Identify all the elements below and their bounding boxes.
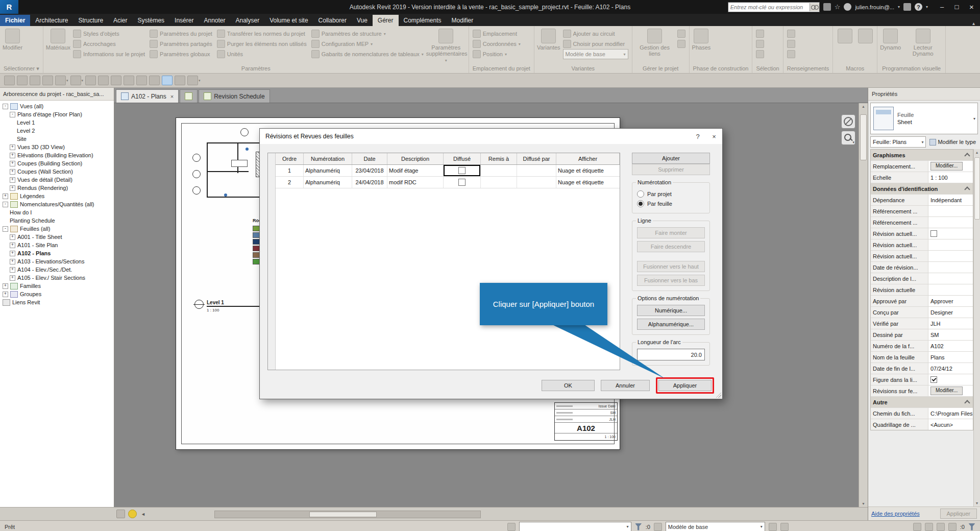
tree-item[interactable]: + A001 - Title Sheet <box>0 233 114 241</box>
ribbon-item[interactable]: Position▾ <box>473 50 521 58</box>
properties-scrollbar[interactable]: ▲ ▼ <box>973 149 980 506</box>
tree-expander-icon[interactable]: - <box>3 226 8 232</box>
favorites-icon[interactable]: ☆ <box>835 3 841 11</box>
ribbon-tab[interactable]: Analyser <box>231 15 265 26</box>
ok-button[interactable]: OK <box>542 380 595 391</box>
delete-button[interactable]: Supprimer <box>632 164 710 175</box>
close-tab-icon[interactable]: × <box>170 93 174 100</box>
panel-label[interactable]: Sélectionner ▾ <box>0 65 43 73</box>
column-header[interactable]: Diffusé <box>444 153 481 164</box>
property-row[interactable]: Date de fin de l... 07/24/12 <box>871 363 973 374</box>
ribbon-item[interactable]: Purger les éléments non utilisés <box>217 40 307 48</box>
tree-item[interactable]: + Groupes <box>0 290 114 298</box>
tree-expander-icon[interactable]: - <box>10 112 15 117</box>
ribbon-button[interactable]: Dynamo <box>880 28 901 51</box>
ribbon-button[interactable]: Paramètres supplémentaires▾ <box>426 28 466 64</box>
qat-button[interactable] <box>124 76 134 85</box>
tree-item[interactable]: + Rendus (Rendering) <box>0 184 114 192</box>
revit-logo[interactable]: R <box>0 0 18 14</box>
document-tab[interactable]: A102 - Plans × <box>116 89 179 103</box>
column-header[interactable]: Numérotation <box>304 153 352 164</box>
revision-numbering[interactable]: Alphanumériq <box>304 177 352 188</box>
revision-description[interactable]: Modif étage <box>387 165 444 176</box>
ribbon-item[interactable]: Informations sur le projet <box>73 50 145 58</box>
tree-expander-icon[interactable]: + <box>10 243 15 248</box>
ribbon-item[interactable] <box>756 40 764 48</box>
qat-button[interactable]: ▾ <box>187 76 201 85</box>
user-menu-caret-icon[interactable]: ▾ <box>898 5 900 9</box>
ribbon-collapse-icon[interactable]: ▴ <box>972 20 975 26</box>
tree-expander-icon[interactable]: - <box>3 202 8 207</box>
ribbon-item[interactable]: Coordonnées▾ <box>473 40 521 48</box>
property-row[interactable]: Conçu par Designer <box>871 307 973 318</box>
revision-numbering[interactable]: Alphanumériq <box>304 165 352 176</box>
qat-button[interactable] <box>85 76 96 85</box>
revision-issued-by[interactable] <box>517 165 556 176</box>
column-header[interactable]: Remis à <box>481 153 517 164</box>
user-name[interactable]: julien.frouin@... <box>855 4 894 10</box>
column-header[interactable]: Afficher <box>556 153 620 164</box>
properties-header[interactable]: Propriétés <box>868 88 980 101</box>
qat-button[interactable] <box>42 76 53 85</box>
panel-label[interactable]: Phase de construction <box>690 65 752 73</box>
revision-date[interactable]: 23/04/2018 <box>352 165 387 176</box>
revision-row[interactable]: 1 Alphanumériq 23/04/2018 Modif étage Nu… <box>276 165 620 177</box>
panel-label[interactable]: Macros <box>833 65 877 73</box>
editable-only-filter-icon[interactable] <box>635 523 642 530</box>
search-input[interactable] <box>728 4 810 10</box>
scroll-down-icon[interactable]: ▼ <box>862 502 865 505</box>
tree-item[interactable]: Liens Revit <box>0 298 114 306</box>
qat-button[interactable] <box>4 76 15 85</box>
panel-label[interactable]: Programmation visuelle <box>877 65 945 73</box>
maximize-button[interactable]: □ <box>949 0 964 14</box>
column-header[interactable]: Description <box>387 153 444 164</box>
issued-checkbox[interactable] <box>458 179 465 186</box>
document-tab[interactable] <box>180 89 198 103</box>
ribbon-item[interactable] <box>787 50 795 58</box>
property-row[interactable]: Description de l... <box>871 273 973 284</box>
tree-item[interactable]: - Feuilles (all) <box>0 225 114 233</box>
zoom-icon[interactable]: ▾ <box>841 131 855 145</box>
scrollbar-thumb[interactable] <box>860 114 867 160</box>
revision-issued-cell[interactable] <box>444 177 481 188</box>
scroll-up-icon[interactable]: ▲ <box>975 151 979 154</box>
property-row[interactable]: Vérifié par JLH <box>871 318 973 329</box>
merge-up-button[interactable]: Fusionner vers le haut <box>637 261 705 272</box>
ribbon-item[interactable] <box>677 40 685 48</box>
tree-expander-icon[interactable]: + <box>10 169 15 175</box>
property-row[interactable]: Figure dans la li... <box>871 374 973 385</box>
ribbon-tab[interactable]: Volume et site <box>264 15 313 26</box>
property-value[interactable]: 1 : 100 <box>928 175 973 181</box>
ribbon-tab[interactable]: Insérer <box>169 15 199 26</box>
tree-item[interactable]: + A101 - Site Plan <box>0 241 114 249</box>
steering-wheel-icon[interactable] <box>841 114 855 129</box>
qat-button[interactable] <box>175 76 185 85</box>
tree-expander-icon[interactable]: - <box>3 104 8 109</box>
radio-icon[interactable] <box>637 190 644 198</box>
property-row[interactable]: Approuvé par Approver <box>871 296 973 307</box>
qat-button[interactable] <box>111 76 121 85</box>
revision-issued-to[interactable] <box>481 165 517 176</box>
property-row[interactable]: Chemin du fich... C:\Program Files... <box>871 408 973 419</box>
revision-row[interactable]: 2 Alphanumériq 24/04/2018 modif RDC Nuag… <box>276 177 620 188</box>
ribbon-item[interactable] <box>787 40 795 48</box>
panel-label[interactable]: Renseignements <box>783 65 833 73</box>
tree-expander-icon[interactable]: + <box>10 144 15 150</box>
ribbon-item[interactable]: Configuration MEP▾ <box>311 40 424 48</box>
property-value[interactable]: C:\Program Files... <box>928 411 973 417</box>
column-header[interactable]: Diffusé par <box>517 153 556 164</box>
titleblock[interactable]: Issue Date SM JLH A102 1 : 100 <box>554 402 618 441</box>
property-value[interactable]: 07/24/12 <box>928 366 973 372</box>
panel-label[interactable]: Gérer le projet <box>632 65 689 73</box>
property-value[interactable]: Modifier... <box>928 387 973 395</box>
active-workset-select[interactable]: ▾ <box>519 522 631 531</box>
tree-item[interactable]: - Plans d'étage (Floor Plan) <box>0 110 114 118</box>
ribbon-button[interactable]: Gestion des liens <box>635 28 675 57</box>
panel-label[interactable]: Variantes <box>534 65 632 73</box>
revision-sequence[interactable]: 1 <box>276 165 304 176</box>
ribbon-item[interactable]: Paramètres partagés <box>150 40 212 48</box>
property-row[interactable]: Dépendance Indépendant <box>871 195 973 206</box>
tree-item[interactable]: + Familles <box>0 282 114 290</box>
type-selector[interactable]: Feuille Sheet ▾ <box>870 103 978 134</box>
property-value[interactable] <box>928 230 973 237</box>
